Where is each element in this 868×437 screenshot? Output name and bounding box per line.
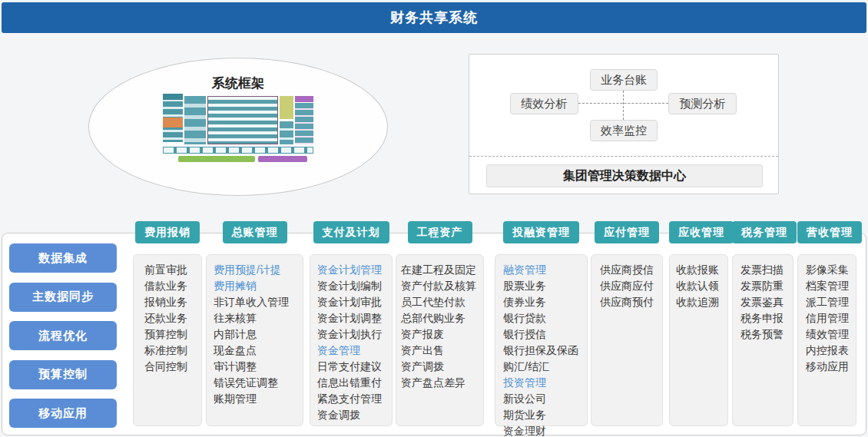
module-item: 现金盘点: [214, 343, 300, 359]
forecast-analysis-node: 预测分析: [668, 93, 737, 114]
module-item: 期货业务: [503, 407, 585, 423]
module-tab-payment-and-planning[interactable]: 支付及计划: [313, 221, 389, 243]
thumb-segment: [163, 94, 183, 100]
module-item: 前置审批: [144, 262, 198, 278]
module-item: 非订单收入管理: [214, 294, 300, 310]
dashed-divider: [469, 156, 778, 157]
thumb-segment: [258, 156, 307, 162]
sidebar-item[interactable]: 移动应用: [9, 399, 117, 428]
dashed-connector-vertical: [623, 91, 624, 120]
module-item: 新设公司: [503, 391, 585, 407]
module-item: 移动应用: [806, 359, 853, 375]
module-link[interactable]: 费用预提/计提: [214, 262, 300, 278]
module-item: 日常支付建议: [317, 359, 389, 375]
module-item: 股票业务: [503, 278, 585, 294]
module-item: 资产出售: [401, 343, 481, 359]
module-item: 发票鉴真: [740, 294, 790, 310]
module-item: 资金调拨: [317, 407, 389, 423]
module-general-ledger: 总账管理 费用预提/计提费用摊销非订单收入管理往来核算内部计息现金盘点审计调整错…: [206, 221, 303, 243]
module-item: 供应商应付: [600, 278, 660, 294]
module-list: 影像采集档案管理派工管理信用管理绩效管理内控报表移动应用: [797, 254, 856, 426]
module-link[interactable]: 投资管理: [503, 375, 585, 391]
framework-thumbnail: [163, 94, 313, 163]
module-item: 银行担保及保函: [503, 343, 585, 359]
efficiency-monitoring-node: 效率监控: [590, 120, 658, 141]
module-expense-reimbursement: 费用报销 前置审批借款业务报销业务还款业务预算控制标准控制合同控制: [133, 221, 202, 243]
module-item: 收款追溯: [676, 294, 725, 310]
module-item: 错误凭证调整: [214, 375, 300, 391]
framework-ellipse: 系统框架: [88, 58, 388, 196]
module-item: 银行授信: [503, 326, 585, 343]
module-item: 债券业务: [503, 294, 585, 310]
thumb-segment: [163, 118, 183, 127]
module-item: 派工管理: [806, 294, 853, 310]
sidebar-item[interactable]: 流程优化: [9, 321, 117, 350]
sidebar-item[interactable]: 数据集成: [9, 243, 117, 273]
module-receivable-management: 应收管理 收款报账收款认领收款追溯: [669, 221, 728, 243]
app-titlebar: 财务共享系统: [2, 2, 866, 33]
module-item: 税务申报: [740, 310, 790, 326]
module-item: 影像采集: [806, 262, 853, 278]
module-item: 信用管理: [806, 310, 853, 326]
module-item: 资金计划编制: [317, 278, 389, 294]
module-item: 在建工程及固定资产付款及核算: [401, 262, 481, 294]
page: { "app": { "title": "财务共享系统" }, "framewo…: [0, 0, 868, 437]
module-list: 前置审批借款业务报销业务还款业务预算控制标准控制合同控制: [133, 254, 202, 426]
module-list: 资金计划管理资金计划编制资金计划审批资金计划调整资金计划执行资金管理日常支付建议…: [310, 254, 393, 426]
module-tab-revenue-management[interactable]: 营收管理: [797, 221, 862, 243]
module-tab-payable-management[interactable]: 应付管理: [595, 221, 659, 243]
module-item: 资产报废: [401, 326, 481, 343]
group-data-center: 集团管理决策数据中心: [486, 164, 763, 187]
module-item: 资金理财: [503, 423, 585, 437]
module-item: 资金计划审批: [317, 294, 389, 310]
module-item: 发票扫描: [740, 262, 790, 278]
module-link[interactable]: 资金计划管理: [317, 262, 389, 278]
module-link[interactable]: 费用摊销: [214, 278, 300, 294]
module-item: 资金计划执行: [317, 326, 389, 343]
module-link[interactable]: 资金管理: [317, 343, 389, 359]
module-item: 往来核算: [214, 310, 300, 326]
sidebar-item[interactable]: 主数据同步: [9, 283, 117, 312]
sidebar: 数据集成主数据同步流程优化预算控制移动应用: [9, 243, 117, 428]
module-item: 预算控制: [144, 326, 198, 343]
app-title: 财务共享系统: [390, 8, 478, 27]
module-item: 资金计划调整: [317, 310, 389, 326]
module-list: 供应商授信供应商应付供应商预付: [591, 254, 663, 426]
module-tab-expense-reimbursement[interactable]: 费用报销: [135, 221, 200, 243]
module-list: 在建工程及固定资产付款及核算员工代垫付款总部代购业务资产报废资产出售资产调拨资产…: [396, 254, 484, 426]
module-tab-investment-and-financing[interactable]: 投融资管理: [503, 221, 579, 243]
module-item: 档案管理: [806, 278, 853, 294]
module-item: 发票防重: [740, 278, 790, 294]
module-item: 账期管理: [214, 391, 300, 407]
module-tab-engineering-assets[interactable]: 工程资产: [408, 221, 472, 243]
module-item: 供应商预付: [600, 294, 660, 310]
module-revenue-management: 营收管理 影像采集档案管理派工管理信用管理绩效管理内控报表移动应用: [797, 221, 856, 243]
module-item: 审计调整: [214, 359, 300, 375]
module-tax-management: 税务管理 发票扫描发票防重发票鉴真税务申报税务预警: [732, 221, 793, 243]
module-link[interactable]: 融资管理: [503, 262, 585, 278]
module-tab-tax-management[interactable]: 税务管理: [732, 221, 797, 243]
module-item: 购汇/结汇: [503, 359, 585, 375]
module-item: 紧急支付管理: [317, 391, 389, 407]
business-ledger-node: 业务台账: [590, 69, 658, 91]
module-list: 发票扫描发票防重发票鉴真税务申报税务预警: [732, 254, 793, 426]
performance-analysis-node: 绩效分析: [510, 93, 578, 114]
module-tab-receivable-management[interactable]: 应收管理: [669, 221, 734, 243]
thumb-segment: [184, 96, 206, 144]
module-item: 员工代垫付款: [401, 294, 481, 310]
module-list: 费用预提/计提费用摊销非订单收入管理往来核算内部计息现金盘点审计调整错误凭证调整…: [206, 254, 303, 426]
module-item: 银行贷款: [503, 310, 585, 326]
module-item: 借款业务: [144, 278, 198, 294]
module-payment-and-planning: 支付及计划 资金计划管理资金计划编制资金计划审批资金计划调整资金计划执行资金管理…: [310, 221, 393, 243]
module-item: 收款报账: [676, 262, 725, 278]
framework-title: 系统框架: [89, 74, 387, 92]
module-list: 收款报账收款认领收款追溯: [669, 254, 728, 426]
module-item: 内控报表: [806, 343, 853, 359]
sidebar-item[interactable]: 预算控制: [9, 360, 117, 389]
module-list: 融资管理股票业务债券业务银行贷款银行授信银行担保及保函购汇/结汇投资管理新设公司…: [495, 254, 588, 426]
thumb-segment: [178, 156, 255, 162]
module-tab-general-ledger[interactable]: 总账管理: [223, 221, 287, 243]
thumb-segment: [280, 121, 293, 144]
module-item: 收款认领: [676, 278, 725, 294]
module-engineering-assets: 工程资产 在建工程及固定资产付款及核算员工代垫付款总部代购业务资产报废资产出售资…: [396, 221, 484, 243]
